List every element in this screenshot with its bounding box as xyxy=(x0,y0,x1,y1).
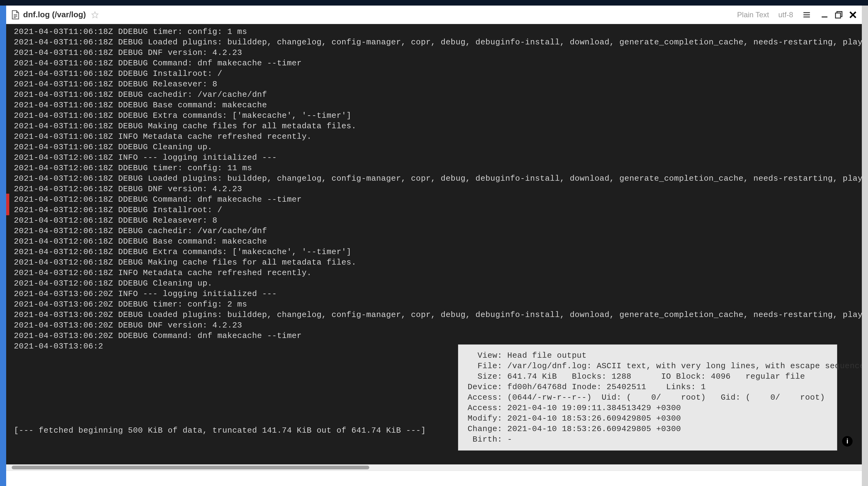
browser-top-bar xyxy=(0,0,868,5)
svg-marker-3 xyxy=(92,12,98,18)
title-bar-right: Plain Text utf-8 xyxy=(737,10,857,19)
main-window: dnf.log (/var/log) Plain Text utf-8 xyxy=(6,5,862,486)
log-line: 2021-04-03T11:06:18Z DDEBUG timer: confi… xyxy=(14,27,854,37)
log-line: 2021-04-03T13:06:20Z DDEBUG Command: dnf… xyxy=(14,331,854,341)
truncate-message: [--- fetched beginning 500 KiB of data, … xyxy=(14,426,426,435)
window-controls xyxy=(820,10,857,19)
encoding-label[interactable]: utf-8 xyxy=(778,10,793,19)
log-line: 2021-04-03T13:06:20Z DEBUG Loaded plugin… xyxy=(14,310,854,320)
log-line: 2021-04-03T11:06:18Z DDEBUG Installroot:… xyxy=(14,68,854,79)
log-line: 2021-04-03T12:06:18Z DEBUG DNF version: … xyxy=(14,184,854,194)
star-icon[interactable] xyxy=(91,11,99,19)
log-line: 2021-04-03T12:06:18Z DDEBUG Command: dnf… xyxy=(14,194,854,205)
svg-rect-8 xyxy=(836,13,841,18)
log-line: 2021-04-03T11:06:18Z DDEBUG Command: dnf… xyxy=(14,58,854,68)
log-line: 2021-04-03T13:06:20Z INFO --- logging in… xyxy=(14,288,854,299)
log-line: 2021-04-03T12:06:18Z DDEBUG Cleaning up. xyxy=(14,278,854,288)
hamburger-menu-icon[interactable] xyxy=(802,10,811,19)
log-line: 2021-04-03T11:06:18Z INFO Metadata cache… xyxy=(14,131,854,142)
log-line: 2021-04-03T11:06:18Z DEBUG Making cache … xyxy=(14,121,854,131)
horizontal-scrollbar[interactable] xyxy=(6,464,862,470)
file-title: dnf.log (/var/log) xyxy=(23,10,86,20)
log-line: 2021-04-03T11:06:18Z DEBUG cachedir: /va… xyxy=(14,89,854,100)
log-line: 2021-04-03T11:06:18Z DEBUG DNF version: … xyxy=(14,48,854,58)
log-line: 2021-04-03T13:06:20Z DDEBUG timer: confi… xyxy=(14,299,854,310)
syntax-mode-label[interactable]: Plain Text xyxy=(737,10,769,19)
file-icon xyxy=(11,10,20,20)
left-accent-strip xyxy=(0,5,6,486)
log-line: 2021-04-03T12:06:18Z DEBUG Making cache … xyxy=(14,257,854,268)
scrollbar-thumb[interactable] xyxy=(12,466,369,469)
log-line: 2021-04-03T12:06:18Z DDEBUG timer: confi… xyxy=(14,163,854,173)
maximize-button[interactable] xyxy=(834,10,843,19)
log-line: 2021-04-03T13:06:20Z DEBUG DNF version: … xyxy=(14,320,854,331)
log-line: 2021-04-03T12:06:18Z DEBUG cachedir: /va… xyxy=(14,226,854,236)
close-button[interactable] xyxy=(848,10,857,19)
status-bar xyxy=(6,470,862,486)
log-line: 2021-04-03T12:06:18Z DDEBUG Releasever: … xyxy=(14,215,854,226)
log-line: 2021-04-03T12:06:18Z INFO Metadata cache… xyxy=(14,268,854,278)
title-bar: dnf.log (/var/log) Plain Text utf-8 xyxy=(6,5,862,24)
error-marker xyxy=(6,194,9,215)
log-line: 2021-04-03T12:06:18Z INFO --- logging in… xyxy=(14,152,854,163)
log-line: 2021-04-03T11:06:18Z DEBUG Loaded plugin… xyxy=(14,37,854,48)
info-badge-icon[interactable]: i xyxy=(842,436,852,447)
log-line: 2021-04-03T12:06:18Z DEBUG Loaded plugin… xyxy=(14,173,854,184)
log-line: 2021-04-03T11:06:18Z DDEBUG Extra comman… xyxy=(14,111,854,121)
editor-area[interactable]: 2021-04-03T11:06:18Z DDEBUG timer: confi… xyxy=(6,24,862,464)
log-line: 2021-04-03T11:06:18Z DDEBUG Base command… xyxy=(14,100,854,111)
log-line: 2021-04-03T11:06:18Z DDEBUG Cleaning up. xyxy=(14,142,854,152)
log-line: 2021-04-03T12:06:18Z DDEBUG Extra comman… xyxy=(14,247,854,257)
log-line: 2021-04-03T12:06:18Z DDEBUG Installroot:… xyxy=(14,205,854,215)
log-line: 2021-04-03T11:06:18Z DDEBUG Releasever: … xyxy=(14,79,854,89)
editor-content[interactable]: 2021-04-03T11:06:18Z DDEBUG timer: confi… xyxy=(6,24,862,354)
log-line: 2021-04-03T12:06:18Z DDEBUG Base command… xyxy=(14,236,854,247)
minimize-button[interactable] xyxy=(820,10,829,19)
file-info-panel: View: Head file output File: /var/log/dn… xyxy=(458,344,837,451)
